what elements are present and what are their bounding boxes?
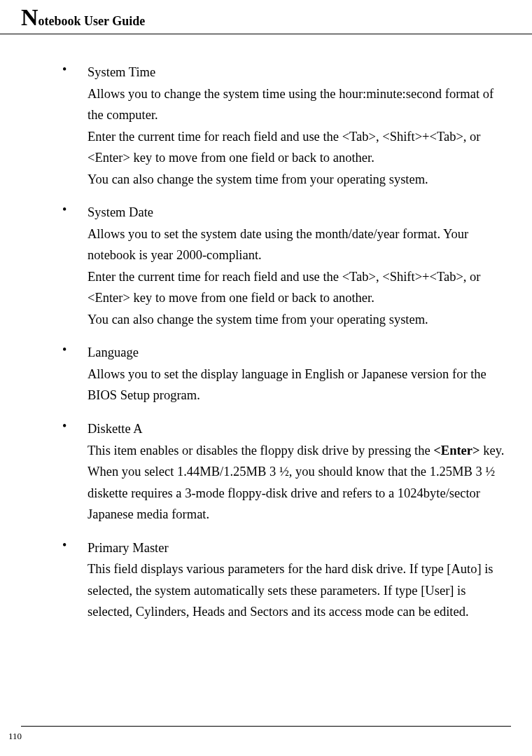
item-title: Language bbox=[88, 343, 507, 364]
list-item: Language Allows you to set the display l… bbox=[88, 343, 511, 406]
page-footer: 110 bbox=[0, 726, 532, 742]
bios-settings-list: System Time Allows you to change the sys… bbox=[21, 62, 511, 623]
list-item: Diskette A This item enables or disables… bbox=[88, 419, 511, 525]
page-header: Notebook User Guide bbox=[0, 0, 532, 34]
item-title: System Date bbox=[88, 202, 507, 224]
item-body: Allows you to set the display language i… bbox=[88, 364, 507, 406]
page-number: 110 bbox=[0, 727, 532, 742]
list-item: Primary Master This field displays vario… bbox=[88, 538, 511, 623]
item-title: Diskette A bbox=[88, 419, 507, 440]
list-item: System Time Allows you to change the sys… bbox=[88, 62, 511, 190]
header-dropcap: N bbox=[21, 4, 38, 30]
item-body: Allows you to change the system time usi… bbox=[88, 83, 507, 191]
header-title: Notebook User Guide bbox=[21, 6, 511, 29]
item-body: Allows you to set the system date using … bbox=[88, 224, 507, 331]
item-title: Primary Master bbox=[88, 538, 507, 559]
header-title-rest: otebook User Guide bbox=[38, 14, 146, 28]
item-title: System Time bbox=[88, 62, 507, 83]
list-item: System Date Allows you to set the system… bbox=[88, 202, 511, 330]
page-content: System Time Allows you to change the sys… bbox=[0, 34, 532, 623]
item-body: This item enables or disables the floppy… bbox=[88, 440, 507, 525]
item-body: This field displays various parameters f… bbox=[88, 558, 507, 623]
